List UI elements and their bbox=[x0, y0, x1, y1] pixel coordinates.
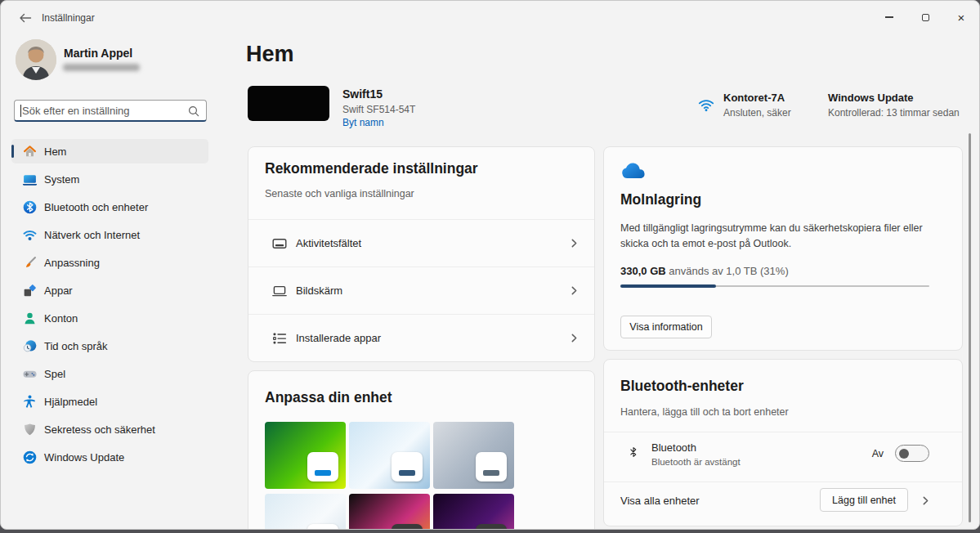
home-icon bbox=[22, 144, 38, 159]
chevron-right-icon bbox=[569, 238, 579, 249]
chevron-right-icon bbox=[569, 333, 579, 343]
row-aktivitetsfaltet[interactable]: Aktivitetsfältet bbox=[248, 219, 594, 266]
storage-usage: 330,0 GB används av 1,0 TB (31%) bbox=[620, 265, 789, 277]
theme-preview bbox=[476, 524, 507, 530]
sidebar-item-anpassning[interactable]: Anpassning bbox=[11, 250, 208, 275]
profile-name: Martin Appel bbox=[64, 47, 132, 60]
cloud-icon bbox=[620, 162, 647, 180]
update-icon bbox=[22, 450, 38, 465]
divider bbox=[604, 432, 962, 432]
gamepad-icon bbox=[22, 366, 38, 382]
card-subtitle: Hantera, lägga till och ta bort enheter bbox=[620, 406, 789, 418]
wallpaper-thumbnail-windows-bloom[interactable] bbox=[433, 422, 514, 489]
card-title: Anpassa din enhet bbox=[265, 389, 392, 406]
sidebar-item-bluetooth-och-enheter[interactable]: Bluetooth och enheter bbox=[11, 195, 208, 219]
bluetooth-glyph-icon bbox=[627, 444, 640, 460]
wallpaper-thumbnail-pale-shore[interactable] bbox=[265, 494, 346, 530]
toggle-knob bbox=[899, 449, 909, 459]
text-caret bbox=[20, 105, 21, 117]
scrollbar[interactable] bbox=[969, 133, 971, 522]
theme-preview bbox=[307, 452, 338, 481]
maximize-button[interactable] bbox=[907, 1, 943, 34]
settings-window: Inställningar × Martin Appel bbox=[0, 0, 980, 530]
add-device-button[interactable]: Lägg till enhet bbox=[820, 488, 908, 512]
chevron-right-icon bbox=[569, 285, 579, 296]
search-input[interactable] bbox=[22, 101, 182, 119]
device-model: Swift SF514-54T bbox=[342, 104, 415, 115]
sidebar-item-konton[interactable]: Konton bbox=[11, 306, 208, 330]
row-bildskarm[interactable]: Bildskärm bbox=[248, 266, 594, 314]
sidebar-item-label: Konton bbox=[44, 312, 78, 325]
wifi-icon bbox=[22, 227, 38, 243]
theme-grid bbox=[265, 422, 584, 530]
row-label: Installerade appar bbox=[296, 332, 381, 344]
theme-preview bbox=[307, 524, 338, 530]
sidebar-item-natverk-och-internet[interactable]: Nätverk och Internet bbox=[11, 222, 208, 247]
time-language-icon bbox=[22, 338, 38, 354]
accessibility-icon bbox=[22, 394, 38, 410]
sidebar-item-sekretess-och-sakerhet[interactable]: Sekretess och säkerhet bbox=[11, 417, 208, 441]
card-title: Molnlagring bbox=[620, 191, 701, 208]
sidebar-item-label: System bbox=[44, 173, 79, 186]
sidebar-item-hem[interactable]: Hem bbox=[11, 139, 208, 163]
sidebar-item-label: Windows Update bbox=[44, 451, 124, 464]
sidebar-item-spel[interactable]: Spel bbox=[11, 361, 208, 386]
sidebar-item-label: Hjälpmedel bbox=[44, 396, 97, 408]
avatar[interactable] bbox=[16, 39, 56, 80]
maximize-icon bbox=[922, 14, 929, 21]
close-button[interactable]: × bbox=[943, 1, 979, 34]
selected-indicator bbox=[11, 145, 14, 158]
sidebar-item-label: Tid och språk bbox=[44, 340, 108, 352]
sidebar-item-label: Bluetooth och enheter bbox=[44, 201, 148, 213]
theme-preview-pill bbox=[483, 470, 499, 476]
rename-device-link[interactable]: Byt namn bbox=[342, 117, 384, 128]
storage-usage-suffix: används av 1,0 TB (31%) bbox=[666, 265, 789, 277]
back-arrow-icon bbox=[19, 12, 32, 24]
wallpaper-thumbnail-violet-glow[interactable] bbox=[433, 494, 514, 530]
taskbar-icon bbox=[271, 235, 288, 252]
titlebar: Inställningar × bbox=[1, 1, 979, 34]
show-details-button[interactable]: Visa information bbox=[620, 316, 712, 338]
sidebar-item-system[interactable]: System bbox=[11, 167, 208, 191]
sidebar-item-label: Sekretess och säkerhet bbox=[44, 423, 155, 436]
storage-progress-bar bbox=[620, 284, 929, 288]
wallpaper-thumbnail-green-swirl[interactable] bbox=[265, 422, 346, 489]
card-subtitle: Senaste och vanliga inställningar bbox=[265, 188, 414, 199]
theme-preview bbox=[476, 452, 507, 481]
search-box bbox=[14, 100, 207, 122]
card-title: Rekommenderade inställningar bbox=[265, 160, 478, 177]
bluetooth-icon bbox=[22, 199, 38, 215]
bluetooth-toggle[interactable] bbox=[895, 445, 929, 462]
show-all-devices-link[interactable]: Visa alla enheter bbox=[620, 495, 700, 507]
bluetooth-card: Bluetooth-enheter Hantera, lägga till oc… bbox=[603, 359, 963, 526]
display-icon bbox=[271, 283, 288, 299]
wallpaper-thumbnail-winter-snow[interactable] bbox=[349, 422, 430, 489]
minimize-button[interactable] bbox=[871, 1, 907, 34]
apps-icon bbox=[22, 283, 38, 298]
profile-email-redacted bbox=[63, 64, 140, 71]
sidebar-item-hjalpmedel[interactable]: Hjälpmedel bbox=[11, 389, 208, 414]
network-status: Ansluten, säker bbox=[723, 107, 791, 119]
sidebar-item-windows-update[interactable]: Windows Update bbox=[11, 445, 208, 469]
storage-used: 330,0 GB bbox=[620, 265, 666, 277]
wallpaper-thumbnail-dark-flower[interactable] bbox=[349, 494, 430, 530]
wifi-status-icon bbox=[696, 96, 716, 114]
sidebar-item-appar[interactable]: Appar bbox=[11, 278, 208, 302]
bluetooth-toggle-sublabel: Bluetooth är avstängt bbox=[651, 457, 741, 467]
device-image-redacted bbox=[248, 86, 329, 121]
row-installerade-appar[interactable]: Installerade appar bbox=[248, 314, 594, 361]
window-controls: × bbox=[871, 1, 979, 34]
sidebar-item-tid-och-sprak[interactable]: Tid och språk bbox=[11, 334, 208, 358]
minimize-icon bbox=[885, 16, 893, 17]
storage-progress-fill bbox=[620, 284, 716, 288]
back-button[interactable] bbox=[16, 9, 35, 27]
recommended-settings-card: Rekommenderade inställningar Senaste och… bbox=[248, 146, 595, 362]
cloud-storage-card: Molnlagring Med tillgängligt lagringsutr… bbox=[603, 146, 963, 351]
installed-apps-icon bbox=[271, 330, 288, 347]
toggle-state-label: Av bbox=[872, 448, 884, 459]
sidebar-item-label: Appar bbox=[44, 284, 73, 297]
sidebar-nav: Hem System Bluetooth och enheter Nätverk… bbox=[11, 139, 208, 473]
network-name[interactable]: Kontoret-7A bbox=[723, 92, 785, 104]
cloud-description: Med tillgängligt lagringsutrymme kan du … bbox=[620, 221, 947, 253]
windows-update-title[interactable]: Windows Update bbox=[828, 92, 914, 104]
